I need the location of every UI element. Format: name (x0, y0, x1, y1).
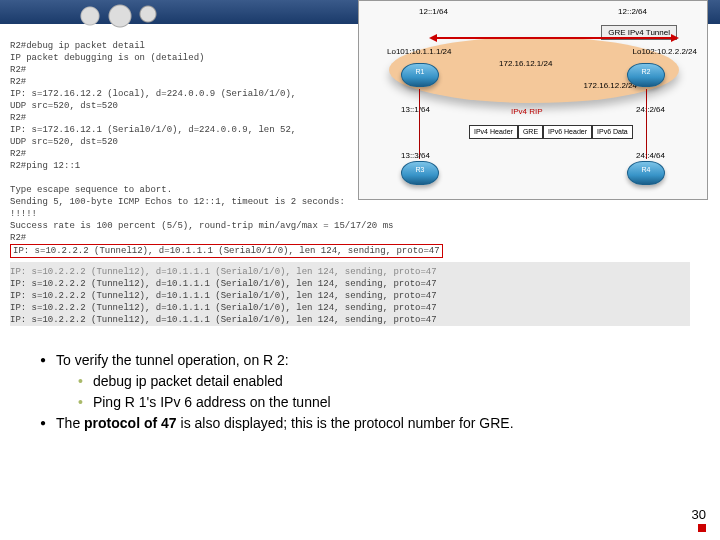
terminal-shaded-block: IP: s=10.2.2.2 (Tunnel12), d=10.1.1.1 (S… (10, 262, 690, 326)
terminal-lines: R2#debug ip packet detailIP packet debug… (10, 40, 690, 244)
addr-r1-tunnel: 12::1/64 (419, 7, 448, 16)
bullet-verify: To verify the tunnel operation, on R 2: (40, 350, 690, 371)
header-gears-decoration (70, 0, 160, 32)
addr-r2-tunnel: 12::2/64 (618, 7, 647, 16)
bullet-debug: debug ip packet detail enabled (78, 371, 690, 392)
page-number: 30 (692, 507, 706, 532)
bullet-protocol: The protocol of 47 is also displayed; th… (40, 413, 690, 434)
bullet-notes: To verify the tunnel operation, on R 2: … (40, 350, 690, 434)
terminal-highlighted-line: IP: s=10.2.2.2 (Tunnel12), d=10.1.1.1 (S… (10, 244, 443, 258)
bullet-ping: Ping R 1's IPv 6 address on the tunnel (78, 392, 690, 413)
terminal-output: R2#debug ip packet detailIP packet debug… (10, 40, 690, 326)
page-marker-icon (698, 524, 706, 532)
